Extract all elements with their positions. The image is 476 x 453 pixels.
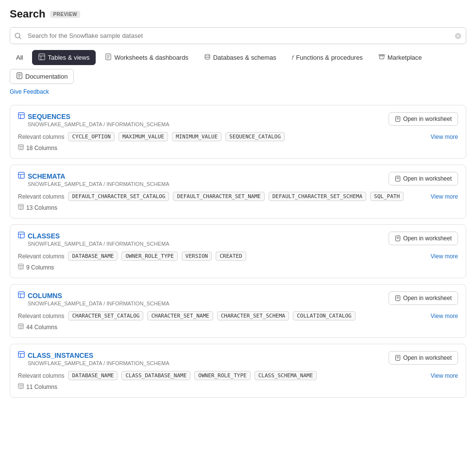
doc-icon	[16, 72, 23, 81]
col-tag[interactable]: COLLATION_CATALOG	[293, 311, 356, 320]
result-name-class-instances[interactable]: CLASS_INSTANCES	[28, 352, 93, 359]
col-count-columns: 44 Columns	[18, 323, 458, 331]
result-card-columns: COLUMNS SNOWFLAKE_SAMPLE_DATA / INFORMAT…	[10, 284, 466, 338]
col-tag[interactable]: VERSION	[182, 252, 212, 261]
col-tag[interactable]: DEFAULT_CHARACTER_SET_CATALOG	[68, 192, 169, 201]
tabs-row: All Tables & views Worksheets & dashboar…	[10, 50, 466, 65]
card-name-row: SCHEMATA	[18, 172, 170, 180]
search-bar-wrapper: Search for the Snowflake sample dataset	[10, 27, 466, 44]
result-name-sequences[interactable]: SEQUENCES	[28, 113, 70, 120]
col-tag[interactable]: SQL_PATH	[370, 192, 404, 201]
relevant-label-sequences: Relevant columns	[18, 134, 64, 140]
tab-all[interactable]: All	[10, 50, 29, 65]
result-path-columns: SNOWFLAKE_SAMPLE_DATA / INFORMATION_SCHE…	[28, 301, 170, 306]
view-more-class-instances[interactable]: View more	[431, 372, 458, 379]
search-clear-icon[interactable]	[455, 33, 461, 39]
card-title-block: CLASSES SNOWFLAKE_SAMPLE_DATA / INFORMAT…	[18, 232, 170, 247]
svg-rect-53	[18, 324, 24, 329]
col-tag[interactable]: MAXIMUM_VALUE	[119, 132, 168, 141]
result-card-classes: CLASSES SNOWFLAKE_SAMPLE_DATA / INFORMAT…	[10, 224, 466, 278]
result-card-sequences: SEQUENCES SNOWFLAKE_SAMPLE_DATA / INFORM…	[10, 105, 466, 159]
col-tag[interactable]: CLASS_DATABASE_NAME	[121, 371, 190, 380]
col-tag[interactable]: MINIMUM_VALUE	[172, 132, 221, 141]
col-tag[interactable]: CYCLE_OPTION	[68, 132, 114, 141]
result-card-class-instances: CLASS_INSTANCES SNOWFLAKE_SAMPLE_DATA / …	[10, 344, 466, 398]
col-tag[interactable]: SEQUENCE_CATALOG	[225, 132, 285, 141]
tab-all-label: All	[16, 54, 23, 61]
tab-marketplace[interactable]: Marketplace	[372, 50, 428, 65]
card-name-row: CLASS_INSTANCES	[18, 351, 170, 359]
tab-functions-procedures[interactable]: f Functions & procedures	[286, 50, 369, 65]
svg-rect-63	[18, 384, 24, 389]
svg-rect-5	[39, 54, 45, 60]
col-tag[interactable]: CREATED	[216, 252, 246, 261]
col-tag[interactable]: OWNER_ROLE_TYPE	[121, 252, 177, 261]
open-worksheet-columns[interactable]: Open in worksheet	[389, 291, 458, 305]
result-name-schemata[interactable]: SCHEMATA	[28, 172, 65, 180]
search-input[interactable]: Search for the Snowflake sample dataset	[10, 27, 466, 44]
view-more-sequences[interactable]: View more	[431, 134, 458, 140]
open-worksheet-sequences[interactable]: Open in worksheet	[389, 112, 458, 126]
view-more-schemata[interactable]: View more	[431, 193, 458, 200]
relevant-label-columns: Relevant columns	[18, 313, 64, 319]
table-icon	[18, 112, 25, 120]
relevant-label-schemata: Relevant columns	[18, 193, 64, 200]
col-count-classes: 9 Columns	[18, 264, 458, 271]
col-tag[interactable]: CHARACTER_SET_NAME	[147, 311, 213, 320]
page-title: Search	[10, 8, 45, 20]
give-feedback-link[interactable]: Give Feedback	[10, 88, 49, 95]
tab-worksheets-dashboards[interactable]: Worksheets & dashboards	[99, 50, 194, 65]
col-tag[interactable]: OWNER_ROLE_TYPE	[194, 371, 250, 380]
result-name-columns[interactable]: COLUMNS	[28, 292, 62, 300]
marketplace-icon	[378, 53, 385, 62]
card-header: SEQUENCES SNOWFLAKE_SAMPLE_DATA / INFORM…	[18, 112, 458, 127]
card-title-block: COLUMNS SNOWFLAKE_SAMPLE_DATA / INFORMAT…	[18, 291, 170, 306]
card-title-block: CLASS_INSTANCES SNOWFLAKE_SAMPLE_DATA / …	[18, 351, 170, 366]
columns-icon	[18, 323, 24, 331]
col-tag[interactable]: CLASS_SCHEMA_NAME	[255, 371, 317, 380]
col-tag[interactable]: DEFAULT_CHARACTER_SET_SCHEMA	[269, 192, 366, 201]
svg-point-12	[205, 54, 210, 56]
col-count-label-schemata: 13 Columns	[26, 204, 57, 211]
card-header: COLUMNS SNOWFLAKE_SAMPLE_DATA / INFORMAT…	[18, 291, 458, 306]
card-header: CLASS_INSTANCES SNOWFLAKE_SAMPLE_DATA / …	[18, 351, 458, 366]
view-more-classes[interactable]: View more	[431, 253, 458, 260]
tab-databases-schemas[interactable]: Databases & schemas	[198, 50, 283, 65]
card-name-row: COLUMNS	[18, 291, 170, 300]
documentation-label: Documentation	[25, 73, 68, 80]
result-name-classes[interactable]: CLASSES	[28, 232, 60, 240]
card-header: SCHEMATA SNOWFLAKE_SAMPLE_DATA / INFORMA…	[18, 172, 458, 187]
open-worksheet-schemata[interactable]: Open in worksheet	[389, 172, 458, 185]
open-worksheet-class-instances[interactable]: Open in worksheet	[389, 351, 458, 365]
databases-icon	[204, 53, 211, 62]
relevant-columns-row-classes: Relevant columns DATABASE_NAME OWNER_ROL…	[18, 252, 458, 261]
result-path-class-instances: SNOWFLAKE_SAMPLE_DATA / INFORMATION_SCHE…	[28, 360, 170, 366]
open-worksheet-classes[interactable]: Open in worksheet	[389, 232, 458, 245]
col-tag[interactable]: DEFAULT_CHARACTER_SET_NAME	[173, 192, 264, 201]
columns-icon	[18, 383, 24, 390]
tab-tables-views-label: Tables & views	[48, 54, 89, 61]
documentation-button[interactable]: Documentation	[10, 69, 74, 84]
svg-rect-23	[18, 145, 24, 150]
table-icon	[18, 232, 25, 240]
open-worksheet-label-classes: Open in worksheet	[403, 235, 452, 242]
col-tag[interactable]: DATABASE_NAME	[68, 371, 118, 380]
tab-functions-label: Functions & procedures	[296, 54, 362, 61]
svg-rect-33	[18, 204, 24, 210]
svg-rect-57	[18, 352, 24, 357]
col-tag[interactable]: CHARACTER_SET_CATALOG	[68, 311, 143, 320]
open-worksheet-label-columns: Open in worksheet	[403, 295, 452, 302]
view-more-columns[interactable]: View more	[431, 313, 458, 319]
table-icon	[18, 172, 25, 180]
svg-rect-37	[18, 232, 24, 238]
col-tag[interactable]: DATABASE_NAME	[68, 252, 118, 261]
col-count-schemata: 13 Columns	[18, 204, 458, 211]
tab-tables-views[interactable]: Tables & views	[32, 50, 96, 65]
result-path-classes: SNOWFLAKE_SAMPLE_DATA / INFORMATION_SCHE…	[28, 241, 170, 247]
page-header: Search PREVIEW	[10, 8, 466, 20]
columns-icon	[18, 204, 24, 211]
card-name-row: SEQUENCES	[18, 112, 170, 120]
relevant-columns-row-columns: Relevant columns CHARACTER_SET_CATALOG C…	[18, 311, 458, 320]
col-tag[interactable]: CHARACTER_SET_SCHEMA	[217, 311, 289, 320]
preview-badge: PREVIEW	[50, 11, 80, 18]
